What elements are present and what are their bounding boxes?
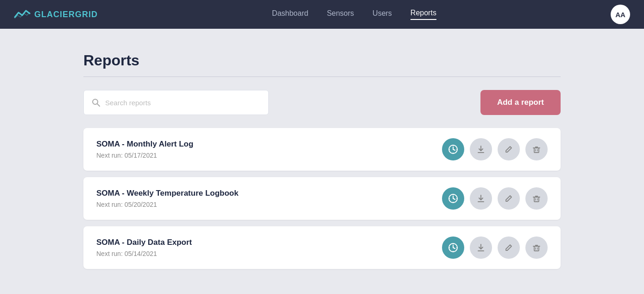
report-name-2: SOMA - Daily Data Export: [96, 238, 192, 247]
svg-point-21: [456, 198, 457, 199]
download-button-0[interactable]: [470, 138, 492, 160]
nav-item-dashboard[interactable]: Dashboard: [272, 9, 308, 19]
svg-point-33: [449, 247, 450, 248]
edit-button-2[interactable]: [498, 236, 520, 259]
main-nav: Dashboard Sensors Users Reports: [272, 9, 436, 20]
title-divider: [83, 77, 561, 77]
svg-rect-37: [534, 246, 539, 251]
header: GLACIERGRID Dashboard Sensors Users Repo…: [0, 0, 644, 29]
report-info-1: SOMA - Weekly Temperature Logbook Next r…: [96, 189, 239, 208]
page-title: Reports: [83, 52, 561, 69]
main-content: Reports Add a report SOMA - Monthly Aler…: [0, 29, 644, 294]
download-button-1[interactable]: [470, 187, 492, 210]
svg-point-7: [449, 149, 450, 150]
svg-point-34: [456, 247, 457, 248]
logo: GLACIERGRID: [14, 9, 98, 20]
toolbar: Add a report: [83, 90, 561, 115]
search-input[interactable]: [105, 99, 261, 107]
svg-line-17: [453, 198, 455, 199]
delete-button-2[interactable]: [525, 236, 548, 259]
report-info-2: SOMA - Daily Data Export Next run: 05/14…: [96, 238, 192, 257]
nav-item-sensors[interactable]: Sensors: [327, 9, 354, 19]
report-actions-1: [442, 187, 548, 210]
delete-button-1[interactable]: [525, 187, 548, 210]
logo-text: GLACIERGRID: [34, 10, 98, 19]
report-actions-0: [442, 138, 548, 160]
logo-icon: [14, 9, 31, 20]
delete-button-0[interactable]: [525, 138, 548, 160]
svg-rect-24: [534, 197, 539, 202]
avatar[interactable]: AA: [611, 5, 630, 24]
report-info-0: SOMA - Monthly Alert Log Next run: 05/17…: [96, 140, 193, 159]
report-card-0: SOMA - Monthly Alert Log Next run: 05/17…: [83, 128, 561, 171]
download-button-2[interactable]: [470, 236, 492, 259]
report-name-1: SOMA - Weekly Temperature Logbook: [96, 189, 239, 198]
edit-button-1[interactable]: [498, 187, 520, 210]
report-actions-2: [442, 236, 548, 259]
report-next-run-2: Next run: 05/14/2021: [96, 250, 192, 257]
report-card-1: SOMA - Weekly Temperature Logbook Next r…: [83, 177, 561, 220]
schedule-button-2[interactable]: [442, 236, 464, 259]
report-next-run-1: Next run: 05/20/2021: [96, 201, 239, 208]
reports-list: SOMA - Monthly Alert Log Next run: 05/17…: [83, 128, 561, 269]
svg-point-5: [453, 145, 454, 146]
svg-line-1: [97, 104, 100, 106]
report-card-2: SOMA - Daily Data Export Next run: 05/14…: [83, 226, 561, 269]
svg-point-19: [453, 202, 454, 203]
svg-point-6: [453, 153, 454, 153]
search-box: [83, 90, 269, 115]
edit-button-0[interactable]: [498, 138, 520, 160]
svg-point-20: [449, 198, 450, 199]
nav-item-users[interactable]: Users: [373, 9, 392, 19]
report-name-0: SOMA - Monthly Alert Log: [96, 140, 193, 149]
add-report-button[interactable]: Add a report: [480, 90, 561, 115]
schedule-button-0[interactable]: [442, 138, 464, 160]
report-next-run-0: Next run: 05/17/2021: [96, 152, 193, 159]
nav-item-reports[interactable]: Reports: [410, 9, 436, 20]
schedule-button-1[interactable]: [442, 187, 464, 210]
svg-line-30: [453, 248, 455, 249]
svg-point-8: [456, 149, 457, 150]
search-icon: [91, 98, 101, 107]
svg-line-4: [453, 149, 455, 150]
svg-point-18: [453, 194, 454, 195]
svg-point-32: [453, 251, 454, 252]
svg-rect-11: [534, 148, 539, 153]
svg-point-31: [453, 243, 454, 244]
